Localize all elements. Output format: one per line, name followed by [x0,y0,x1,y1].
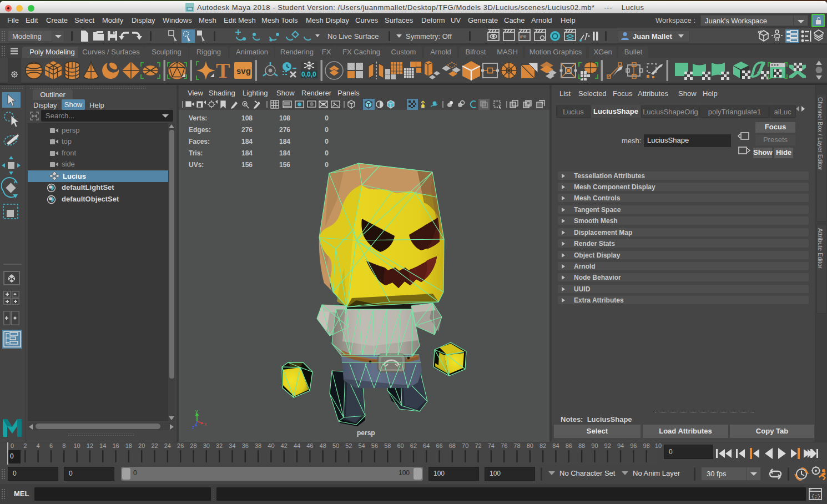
svg-text:96: 96 [630,442,637,449]
svg-text:80: 80 [527,442,533,449]
svg-text:50: 50 [332,442,339,449]
svg-text:30: 30 [203,442,210,449]
svg-text:64: 64 [423,442,430,449]
svg-text:20: 20 [138,442,145,449]
svg-text:44: 44 [294,442,300,449]
svg-text:42: 42 [281,442,288,449]
svg-text:18: 18 [125,442,132,449]
svg-text:svg: svg [236,66,251,75]
svg-text:88: 88 [578,442,585,449]
svg-text:68: 68 [449,442,456,449]
svg-text:74: 74 [488,442,495,449]
svg-text:34: 34 [229,442,235,449]
svg-text:6: 6 [49,442,53,449]
svg-text:0: 0 [11,442,14,449]
svg-text:94: 94 [617,442,624,449]
svg-text:28: 28 [190,442,196,449]
svg-text:84: 84 [552,442,559,449]
svg-text:76: 76 [501,442,507,449]
svg-text:14: 14 [99,442,106,449]
svg-text:72: 72 [475,442,481,449]
svg-text:36: 36 [242,442,249,449]
svg-text:46: 46 [306,442,313,449]
svg-text:52: 52 [345,442,352,449]
svg-text:82: 82 [539,442,546,449]
svg-text:z: z [192,425,195,430]
svg-text:T: T [216,59,230,82]
svg-text:4: 4 [37,442,40,449]
svg-text:12: 12 [87,442,93,449]
svg-text:54: 54 [359,442,365,449]
svg-text:y: y [195,410,198,414]
svg-text:40: 40 [268,442,274,449]
svg-text:78: 78 [513,442,520,449]
svg-text:38: 38 [255,442,261,449]
svg-text:22: 22 [151,442,158,449]
svg-text:x: x [204,421,207,427]
svg-text:2: 2 [23,442,27,449]
svg-text:92: 92 [604,442,611,449]
svg-text:60: 60 [397,442,404,449]
svg-text:58: 58 [384,442,391,449]
svg-text:0,0,0: 0,0,0 [301,70,316,78]
svg-text:8: 8 [62,442,65,449]
svg-text:16: 16 [112,442,119,449]
svg-text:IPR: IPR [520,35,527,39]
svg-text:{;}: {;} [811,494,820,500]
svg-text:56: 56 [371,442,378,449]
svg-text:66: 66 [436,442,442,449]
svg-text:26: 26 [177,442,184,449]
svg-text:24: 24 [164,442,171,449]
svg-text:90: 90 [591,442,598,449]
svg-text:62: 62 [410,442,417,449]
svg-text:48: 48 [320,442,326,449]
svg-text:98: 98 [643,442,650,449]
svg-text:10: 10 [655,442,662,449]
svg-text:32: 32 [216,442,223,449]
svg-text:70: 70 [462,442,468,449]
svg-text:86: 86 [566,442,572,449]
svg-text:10: 10 [73,442,80,449]
